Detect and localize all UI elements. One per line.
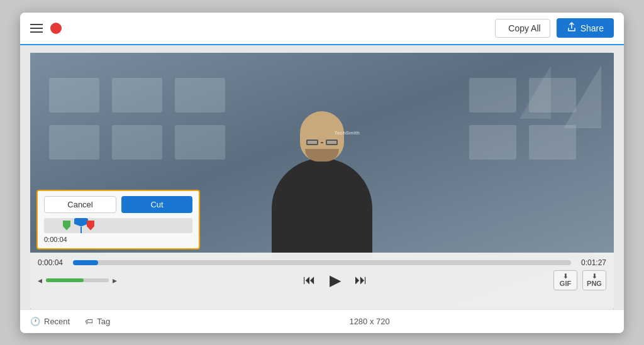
current-time-label: 0:00:04 — [38, 258, 68, 267]
mini-timeline[interactable] — [44, 218, 192, 233]
in-point-marker[interactable] — [63, 221, 70, 231]
video-container: TechSmith Cancel Cut — [30, 53, 614, 309]
footer: 🕐 Recent 🏷 Tag 1280 x 720 — [20, 309, 624, 333]
share-icon — [567, 22, 577, 34]
recent-tab[interactable]: 🕐 Recent — [30, 317, 70, 326]
total-time-label: 0:01:27 — [576, 258, 606, 267]
png-download-icon: ⬇ — [592, 273, 597, 280]
tag-icon: 🏷 — [85, 317, 93, 326]
header: Copy All Share — [20, 13, 624, 45]
playback-controls: ⏮ ▶ ⏭ — [299, 270, 371, 290]
export-png-button[interactable]: ⬇ PNG — [582, 270, 606, 290]
timeline-progress — [73, 260, 98, 265]
volume-left-icon[interactable]: ◂ — [38, 275, 42, 285]
timeline-row: 0:00:04 0:01:27 — [38, 256, 606, 269]
person-in-video: TechSmith — [272, 111, 372, 259]
cut-buttons: Cancel Cut — [44, 196, 192, 213]
timeline-track[interactable] — [73, 260, 571, 265]
playback-row: ◂ ▸ ⏮ ▶ ⏭ ⬇ — [38, 271, 606, 289]
tag-label: Tag — [97, 317, 110, 326]
person-body: TechSmith — [272, 158, 372, 259]
export-buttons: ⬇ GIF ⬇ PNG — [553, 270, 606, 290]
play-button[interactable]: ▶ — [330, 271, 341, 289]
cancel-button[interactable]: Cancel — [44, 196, 116, 213]
recent-icon: 🕐 — [30, 317, 40, 326]
cut-button[interactable]: Cut — [121, 196, 192, 213]
controls-bar: 0:00:04 0:01:27 ◂ ▸ — [30, 253, 614, 309]
shirt-logo: TechSmith — [335, 130, 360, 136]
volume-bar[interactable] — [46, 278, 109, 282]
app-window: Copy All Share — [20, 13, 624, 333]
volume-fill — [46, 278, 84, 282]
share-button[interactable]: Share — [557, 18, 614, 38]
export-gif-button[interactable]: ⬇ GIF — [553, 270, 577, 290]
cut-overlay: Cancel Cut 0:00:04 — [36, 190, 200, 249]
volume-right-icon[interactable]: ▸ — [113, 275, 117, 285]
main-content: TechSmith Cancel Cut — [20, 45, 624, 309]
dimensions-display: 1280 x 720 — [125, 317, 614, 326]
current-time-display: 0:00:04 — [44, 236, 192, 243]
gif-download-icon: ⬇ — [563, 273, 568, 280]
copy-all-button[interactable]: Copy All — [495, 19, 550, 38]
gif-label: GIF — [560, 280, 571, 287]
header-right: Copy All Share — [495, 18, 614, 38]
forward-button[interactable]: ⏭ — [351, 270, 371, 290]
rewind-button[interactable]: ⏮ — [299, 270, 319, 290]
tag-tab[interactable]: 🏷 Tag — [85, 317, 110, 326]
png-label: PNG — [587, 280, 602, 287]
scrubber-handle[interactable] — [74, 218, 88, 233]
recent-label: Recent — [44, 317, 70, 326]
share-label: Share — [580, 23, 604, 33]
person-head — [300, 111, 344, 162]
copy-all-label: Copy All — [508, 23, 540, 33]
record-button[interactable] — [50, 23, 62, 34]
header-left — [30, 23, 62, 34]
video-dimensions: 1280 x 720 — [349, 317, 389, 326]
menu-button[interactable] — [30, 24, 43, 33]
